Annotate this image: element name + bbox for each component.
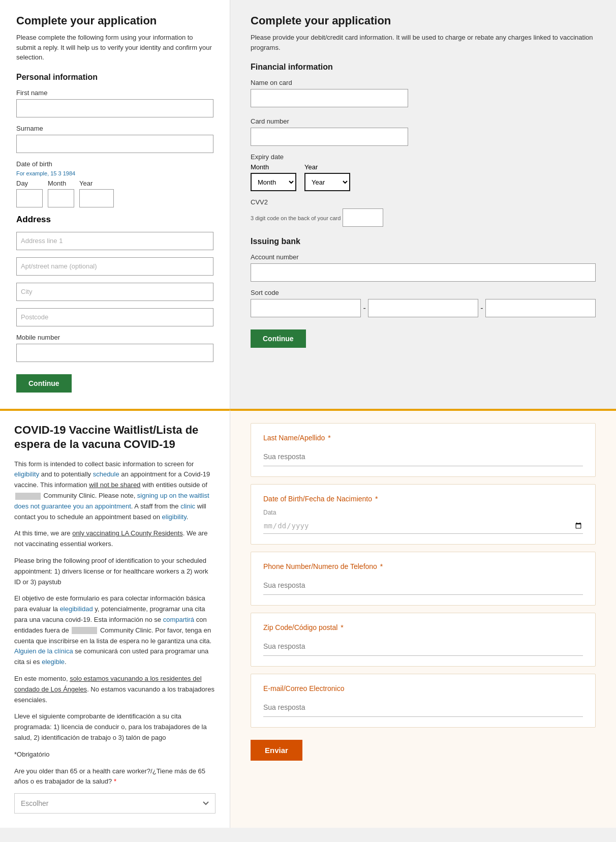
solo-estamos-text: solo estamos vacunando a los residentes … [14,675,202,693]
alguien-link: Alguien de la clínica [14,647,73,655]
required-star: * [114,777,116,785]
address-line2-input[interactable] [16,257,213,276]
zip-input[interactable] [263,638,583,656]
account-number-input[interactable] [251,263,596,282]
expiry-month-label: Month [251,163,296,171]
surname-input[interactable] [16,135,213,153]
address-title: Address [16,215,213,225]
dob-input[interactable] [263,518,583,534]
phone-input[interactable] [263,577,583,595]
covid-para5: En este momento, solo estamos vacunando … [14,674,215,705]
covid-title: COVID-19 Vaccine Waitlist/Lista de esper… [14,423,215,452]
name-on-card-group: Name on card [251,79,596,107]
city-input[interactable] [16,283,213,301]
day-input[interactable] [16,189,43,207]
covid-para4: El objetivo de este formulario es para c… [14,593,215,668]
expiry-label: Expiry date [251,153,596,161]
expiry-month-select[interactable]: Month 1234 5678 9101112 [251,173,296,191]
sort-dash-2: - [480,304,483,313]
right-top-subtitle: Please provide your debit/credit card in… [251,33,596,52]
left-top-subtitle: Please complete the following form using… [16,33,213,63]
dob-hint: For example, 15 3 1984 [16,170,213,176]
card-number-label: Card number [251,117,596,125]
clinic-link: clinic [180,502,195,510]
dob-row: Day Month Year [16,179,213,207]
not-shared-text: will not be shared [89,481,140,489]
redact-1 [15,493,41,500]
surname-label: Surname [16,125,213,132]
card-number-input[interactable] [251,128,408,146]
elegibilidad-link: elegibilidad [60,605,93,613]
cvv2-hint: 3 digit code on the back of your card [251,215,341,221]
year-col: Year Year 2024202520262027 202820292030 [304,163,350,191]
month-input[interactable] [48,189,74,207]
cvv2-group: CVV2 3 digit code on the back of your ca… [251,198,596,227]
year-label: Year [79,179,114,187]
mobile-label: Mobile number [16,334,213,341]
zip-card-label: Zip Code/Código postal * [263,623,583,632]
year-input[interactable] [79,189,114,207]
signing-up-link: signing up on the waitlist does not guar… [14,492,209,510]
issuing-bank-title: Issuing bank [251,237,596,246]
compartira-link: compartirá [163,616,194,623]
sort-code-input-1[interactable] [251,299,361,317]
covid-para1: This form is intended to collect basic i… [14,459,215,523]
older-65-select[interactable]: Escolher Yes/Sí No [14,793,215,814]
month-col: Month Month 1234 5678 9101112 [251,163,296,191]
eligibility-link2: eligibility [162,513,187,521]
first-name-input[interactable] [16,99,213,117]
year-col: Year [79,179,114,207]
dob-required: * [375,495,378,503]
mobile-input[interactable] [16,344,213,362]
sort-code-label: Sort code [251,289,596,296]
covid-para6: Lleve el siguiente comprobante de identi… [14,711,215,743]
sort-dash-1: - [363,304,365,313]
dob-card: Date of Birth/Fecha de Nacimiento * Data [251,484,596,545]
covid-para2: At this time, we are only vaccinating LA… [14,528,215,550]
phone-card: Phone Number/Numero de Telefono * [251,552,596,606]
sort-code-input-2[interactable] [368,299,478,317]
left-top-continue-button[interactable]: Continue [16,374,72,393]
last-name-card: Last Name/Apellido * [251,423,596,477]
right-bottom-panel: Last Name/Apellido * Date of Birth/Fecha… [230,409,616,828]
account-number-label: Account number [251,253,596,261]
sort-code-row: - - [251,299,596,317]
zip-required: * [341,623,343,632]
postcode-group [16,308,213,326]
only-vaccinating-text: only vaccinating LA County Residents [72,529,183,537]
dob-label: Date of birth [16,160,213,168]
email-input[interactable] [263,699,583,717]
day-label: Day [16,179,43,187]
name-on-card-input[interactable] [251,89,408,107]
cvv2-input[interactable] [343,208,383,227]
sort-code-input-3[interactable] [485,299,596,317]
account-number-group: Account number [251,253,596,282]
right-top-panel: Complete your application Please provide… [230,0,616,409]
city-group [16,283,213,301]
dob-group: Date of birth For example, 15 3 1984 Day… [16,160,213,207]
postcode-input[interactable] [16,308,213,326]
phone-required: * [380,562,383,570]
last-name-label: Last Name/Apellido * [263,434,583,442]
expiry-year-select[interactable]: Year 2024202520262027 202820292030 [304,173,350,191]
last-name-input[interactable] [263,448,583,466]
zip-card: Zip Code/Código postal * [251,613,596,667]
left-bottom-panel: COVID-19 Vaccine Waitlist/Lista de esper… [0,409,230,828]
expiry-year-label: Year [304,163,350,171]
last-name-required: * [328,434,330,442]
day-col: Day [16,179,43,207]
redact-2 [72,627,97,634]
email-card-label: E-mail/Correo Electronico [263,684,583,693]
data-label: Data [263,509,583,516]
right-top-continue-button[interactable]: Continue [251,329,306,348]
address-line1-input[interactable] [16,232,213,250]
personal-info-title: Personal information [16,73,213,82]
covid-para3: Please bring the following proof of iden… [14,556,215,587]
email-card: E-mail/Correo Electronico [251,674,596,728]
sort-code-group: Sort code - - [251,289,596,317]
enviar-button[interactable]: Enviar [251,740,302,761]
card-number-group: Card number [251,117,596,146]
surname-group: Surname [16,125,213,153]
month-label: Month [48,179,74,187]
expiry-group: Expiry date Month Month 1234 5678 910111… [251,153,596,191]
